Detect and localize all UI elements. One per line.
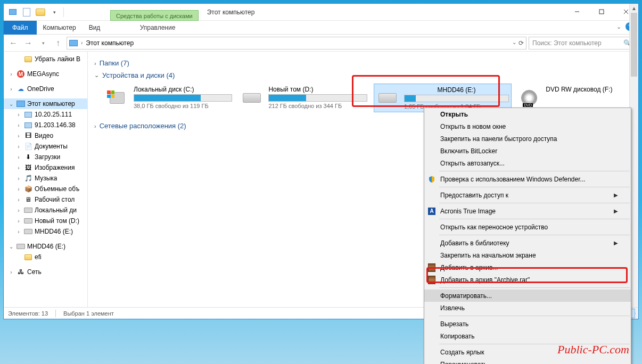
- app-icon: [7, 6, 19, 18]
- contextual-tab-drive-tools[interactable]: Средства работы с дисками: [110, 10, 199, 21]
- nav-item-thispc[interactable]: ⌄Этот компьютер: [4, 98, 87, 109]
- ctx-bitlocker[interactable]: Включить BitLocker: [424, 145, 631, 157]
- status-elements: Элементов: 13: [8, 310, 48, 317]
- separator: [63, 7, 64, 17]
- shield-icon: [427, 175, 436, 184]
- ribbon-tab-file[interactable]: Файл: [4, 21, 37, 35]
- refresh-icon[interactable]: ⟳: [518, 39, 524, 47]
- nav-item-mhdd-e[interactable]: ›MHDD46 (E:): [4, 226, 87, 237]
- nav-item-net1[interactable]: ›10.20.25.111: [4, 109, 87, 120]
- title-bar: ▾ Средства работы с дисками Этот компьют…: [4, 4, 638, 21]
- qat-properties-icon[interactable]: [21, 6, 32, 18]
- nav-item-newvol-d[interactable]: ›Новый том (D:): [4, 216, 87, 226]
- separator: [439, 203, 630, 203]
- ctx-format[interactable]: Форматировать...: [424, 289, 631, 302]
- nav-item-music[interactable]: ›🎵Музыка: [4, 173, 87, 184]
- ribbon-expand-icon[interactable]: ⌄: [616, 23, 621, 30]
- separator: [439, 171, 630, 171]
- ctx-autorun[interactable]: Открыть автозапуск...: [424, 157, 631, 169]
- nav-up-button[interactable]: ↑: [52, 37, 64, 49]
- section-folders[interactable]: ›Папки (7): [94, 59, 632, 67]
- maximize-button[interactable]: [589, 4, 614, 20]
- nav-item-megasync[interactable]: ›MMEGAsync: [4, 69, 87, 79]
- separator: [439, 219, 630, 219]
- separator: [439, 235, 630, 235]
- ctx-portable[interactable]: Открыть как переносное устройство: [424, 221, 631, 233]
- drive-f-label: DVD RW дисковод (F:): [546, 86, 630, 93]
- section-devices[interactable]: ⌄Устройства и диски (4): [94, 71, 632, 79]
- nav-item-local-c[interactable]: ›Локальный ди: [4, 205, 87, 216]
- drive-c[interactable]: Локальный диск (C:) 38,0 ГБ свободно из …: [104, 84, 234, 112]
- nav-item-documents[interactable]: ›📄Документы: [4, 141, 87, 152]
- status-selected: Выбран 1 элемент: [63, 310, 114, 317]
- ribbon: Файл Компьютер Вид Управление ⌄ ?: [4, 21, 638, 35]
- ctx-share[interactable]: Предоставить доступ к▶: [424, 189, 631, 201]
- quick-access-toolbar: ▾: [5, 6, 65, 18]
- pc-icon: [69, 40, 78, 46]
- ctx-add-archive[interactable]: Добавить в архив...: [424, 261, 631, 274]
- nav-item-likes[interactable]: Убрать лайки В: [4, 54, 87, 64]
- minimize-button[interactable]: [565, 4, 589, 20]
- ctx-add-archive-rar[interactable]: Добавить в архив "Archive.rar": [424, 274, 631, 286]
- drive-c-stat: 38,0 ГБ свободно из 119 ГБ: [134, 103, 232, 109]
- ribbon-tab-computer[interactable]: Компьютер: [37, 22, 83, 34]
- nav-item-video[interactable]: ›🎞Видео: [4, 130, 87, 141]
- ctx-copy[interactable]: Копировать: [424, 330, 631, 342]
- drive-d[interactable]: Новый том (D:) 212 ГБ свободно из 344 ГБ: [238, 84, 369, 112]
- chevron-right-icon: ›: [81, 40, 83, 46]
- search-placeholder: Поиск: Этот компьютер: [532, 39, 602, 47]
- qat-newfolder-icon[interactable]: [35, 6, 46, 18]
- nav-item-net2[interactable]: ›91.203.146.38: [4, 120, 87, 130]
- nav-item-onedrive[interactable]: ›☁OneDrive: [4, 84, 87, 94]
- ctx-open-new-window[interactable]: Открыть в новом окне: [424, 120, 631, 133]
- nav-recent-dropdown[interactable]: ▾: [37, 37, 50, 49]
- nav-item-downloads[interactable]: ›⬇Загрузки: [4, 152, 87, 162]
- acronis-icon: A: [428, 208, 435, 215]
- rar-icon: [428, 276, 435, 284]
- address-bar: ← → ▾ ↑ › Этот компьютер ⌄ ⟳ Поиск: Этот…: [4, 35, 638, 52]
- breadcrumb[interactable]: › Этот компьютер ⌄ ⟳: [67, 37, 526, 49]
- ctx-defender[interactable]: Проверка с использованием Windows Defend…: [424, 173, 631, 185]
- drive-d-label: Новый том (D:): [268, 86, 367, 93]
- ctx-pin-start[interactable]: Закрепить на начальном экране: [424, 249, 631, 261]
- nav-back-button[interactable]: ←: [7, 37, 20, 49]
- ctx-library[interactable]: Добавить в библиотеку▶: [424, 237, 631, 249]
- ctx-acronis[interactable]: AAcronis True Image▶: [424, 205, 631, 217]
- navigation-pane: ▲▼ Убрать лайки В ›MMEGAsync ›☁OneDrive …: [4, 52, 88, 307]
- ribbon-tab-view[interactable]: Вид: [83, 22, 107, 34]
- context-menu: Открыть Открыть в новом окне Закрепить н…: [424, 107, 631, 364]
- nav-item-efi[interactable]: efi: [4, 252, 87, 262]
- search-input[interactable]: Поиск: Этот компьютер 🔍: [529, 37, 635, 49]
- ctx-eject[interactable]: Извлечь: [424, 302, 631, 314]
- drive-d-stat: 212 ГБ свободно из 344 ГБ: [268, 103, 367, 109]
- ctx-open[interactable]: Открыть: [424, 108, 631, 120]
- svg-rect-1: [599, 10, 604, 14]
- separator: [439, 316, 630, 316]
- breadcrumb-dropdown[interactable]: ⌄: [512, 39, 516, 47]
- drive-e-label: MHDD46 (E:): [404, 86, 509, 94]
- hdd-icon: [378, 93, 397, 103]
- nav-item-desktop[interactable]: ›🖥Рабочий стол: [4, 194, 87, 205]
- qat-dropdown[interactable]: ▾: [48, 6, 60, 18]
- ctx-cut[interactable]: Вырезать: [424, 318, 631, 330]
- separator: [55, 310, 56, 317]
- separator: [439, 287, 630, 288]
- nav-item-network[interactable]: ›🖧Сеть: [4, 267, 87, 277]
- ctx-pin-quick-access[interactable]: Закрепить на панели быстрого доступа: [424, 133, 631, 145]
- ribbon-tab-manage[interactable]: Управление: [110, 22, 205, 34]
- ctx-rename[interactable]: Переименовать: [424, 358, 631, 364]
- dvd-icon: DVD: [521, 90, 537, 106]
- nav-item-images[interactable]: ›🖼Изображения: [4, 162, 87, 173]
- nav-forward-button[interactable]: →: [22, 37, 35, 49]
- watermark: Public-PC.com: [557, 343, 629, 357]
- nav-item-mhdd-root[interactable]: ⌄MHDD46 (E:): [4, 241, 87, 252]
- rar-icon: [428, 263, 435, 272]
- hdd-icon: [243, 93, 261, 103]
- drive-c-label: Локальный диск (C:): [134, 86, 232, 93]
- breadcrumb-segment[interactable]: Этот компьютер: [86, 39, 134, 47]
- window-title: Этот компьютер: [207, 9, 255, 16]
- nav-item-3dobjects[interactable]: ›📦Объемные объ: [4, 184, 87, 194]
- separator: [439, 187, 630, 187]
